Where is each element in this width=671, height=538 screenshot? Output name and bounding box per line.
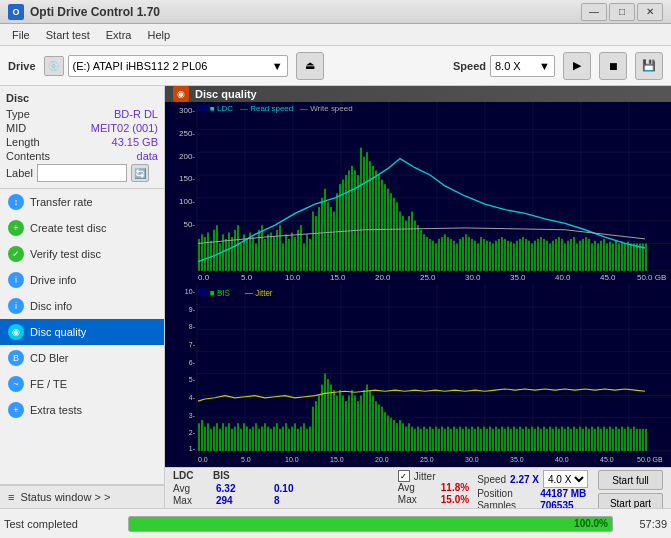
- svg-rect-286: [411, 426, 413, 450]
- svg-text:10.0: 10.0: [285, 454, 299, 463]
- svg-rect-348: [597, 426, 599, 450]
- create-test-disc-icon: +: [8, 220, 24, 236]
- sidebar-item-disc-quality[interactable]: ◉ Disc quality: [0, 319, 164, 345]
- svg-rect-259: [330, 384, 332, 450]
- maximize-button[interactable]: □: [609, 3, 635, 21]
- svg-rect-95: [429, 239, 431, 271]
- svg-text:50.0 GB: 50.0 GB: [637, 454, 663, 463]
- svg-rect-246: [291, 426, 293, 450]
- menu-extra[interactable]: Extra: [98, 27, 140, 43]
- start-part-button[interactable]: Start part: [598, 493, 663, 508]
- svg-rect-34: [246, 239, 248, 271]
- right-stats-area: Speed 2.27 X 4.0 X 8.0 X Position 44187 …: [477, 470, 663, 508]
- speed-dropdown[interactable]: 8.0 X ▼: [490, 55, 555, 77]
- svg-text:— Jitter: — Jitter: [245, 287, 273, 297]
- svg-rect-28: [228, 232, 230, 270]
- disc-label-input[interactable]: [37, 164, 127, 182]
- play-button[interactable]: ▶: [563, 52, 591, 80]
- stop-button[interactable]: ⏹: [599, 52, 627, 80]
- svg-rect-266: [351, 390, 353, 451]
- ldc-bis-header: LDC BIS: [173, 470, 390, 481]
- svg-rect-333: [552, 428, 554, 450]
- extra-tests-icon: +: [8, 402, 24, 418]
- svg-rect-295: [438, 428, 440, 450]
- svg-rect-216: [201, 419, 203, 450]
- disc-info-section: Disc Type BD-R DL MID MEIT02 (001) Lengt…: [0, 86, 164, 189]
- svg-rect-59: [321, 198, 323, 271]
- svg-text:0.0: 0.0: [198, 273, 209, 282]
- svg-rect-292: [429, 426, 431, 450]
- svg-rect-234: [255, 423, 257, 451]
- speed-section: Speed 8.0 X ▼: [453, 55, 555, 77]
- svg-rect-43: [273, 237, 275, 271]
- svg-rect-85: [399, 212, 401, 271]
- svg-text:— Write speed: — Write speed: [300, 104, 353, 113]
- svg-rect-279: [390, 417, 392, 450]
- svg-rect-41: [267, 234, 269, 271]
- svg-rect-340: [573, 426, 575, 450]
- svg-rect-253: [312, 406, 314, 450]
- svg-rect-80: [384, 184, 386, 271]
- svg-rect-132: [540, 237, 542, 271]
- status-window-button[interactable]: ≡ Status window > >: [0, 485, 164, 508]
- svg-text:300-: 300-: [179, 106, 195, 115]
- svg-rect-21: [207, 232, 209, 270]
- jitter-checkbox[interactable]: ✓: [398, 470, 410, 482]
- drive-dropdown[interactable]: (E:) ATAPI iHBS112 2 PL06 ▼: [68, 55, 288, 77]
- eject-button[interactable]: ⏏: [296, 52, 324, 80]
- sidebar-item-cd-bler[interactable]: B CD Bler: [0, 345, 164, 371]
- close-button[interactable]: ✕: [637, 3, 663, 21]
- menu-start-test[interactable]: Start test: [38, 27, 98, 43]
- svg-rect-265: [348, 395, 350, 450]
- svg-rect-53: [303, 243, 305, 270]
- svg-rect-304: [465, 426, 467, 450]
- sidebar-item-fe-te[interactable]: ~ FE / TE: [0, 371, 164, 397]
- svg-rect-105: [459, 239, 461, 271]
- svg-text:4-: 4-: [189, 392, 196, 401]
- svg-rect-305: [468, 428, 470, 450]
- svg-rect-140: [564, 243, 566, 270]
- position-val: 44187 MB: [540, 488, 586, 499]
- svg-rect-316: [501, 426, 503, 450]
- sidebar-item-disc-info[interactable]: i Disc info: [0, 293, 164, 319]
- svg-text:25.0: 25.0: [420, 454, 434, 463]
- svg-rect-326: [531, 426, 533, 450]
- sidebar-item-verify-test-disc[interactable]: ✓ Verify test disc: [0, 241, 164, 267]
- disc-label-refresh-button[interactable]: 🔄: [131, 164, 149, 182]
- sidebar-item-drive-info[interactable]: i Drive info: [0, 267, 164, 293]
- svg-rect-42: [270, 232, 272, 270]
- drive-label: Drive: [8, 60, 36, 72]
- svg-rect-360: [633, 426, 635, 450]
- speed-val: 2.27 X: [510, 474, 539, 485]
- app-title: Opti Drive Control 1.70: [30, 5, 160, 19]
- svg-rect-94: [426, 237, 428, 271]
- svg-text:0.0: 0.0: [198, 454, 208, 463]
- svg-rect-357: [624, 428, 626, 450]
- menu-help[interactable]: Help: [139, 27, 178, 43]
- svg-text:15.0: 15.0: [330, 273, 346, 282]
- svg-text:— Read speed: — Read speed: [240, 104, 293, 113]
- svg-rect-145: [579, 241, 581, 271]
- jitter-avg-label: Avg: [398, 482, 433, 493]
- menu-file[interactable]: File: [4, 27, 38, 43]
- sidebar-item-extra-tests[interactable]: + Extra tests: [0, 397, 164, 423]
- svg-rect-228: [237, 423, 239, 451]
- minimize-button[interactable]: —: [581, 3, 607, 21]
- svg-rect-38: [258, 230, 260, 271]
- svg-rect-93: [423, 234, 425, 271]
- svg-rect-299: [450, 428, 452, 450]
- svg-rect-92: [420, 230, 422, 271]
- svg-rect-111: [477, 243, 479, 270]
- svg-rect-288: [417, 426, 419, 450]
- sidebar-item-transfer-rate[interactable]: ↕ Transfer rate: [0, 189, 164, 215]
- svg-rect-127: [525, 239, 527, 271]
- sidebar-item-create-test-disc[interactable]: + Create test disc: [0, 215, 164, 241]
- status-window-label: Status window > >: [20, 491, 110, 503]
- svg-rect-332: [549, 426, 551, 450]
- start-full-button[interactable]: Start full: [598, 470, 663, 490]
- speed-select-dropdown[interactable]: 4.0 X 8.0 X: [543, 470, 588, 488]
- status-time: 57:39: [617, 518, 667, 530]
- svg-rect-130: [534, 241, 536, 271]
- svg-rect-47: [285, 234, 287, 271]
- save-button[interactable]: 💾: [635, 52, 663, 80]
